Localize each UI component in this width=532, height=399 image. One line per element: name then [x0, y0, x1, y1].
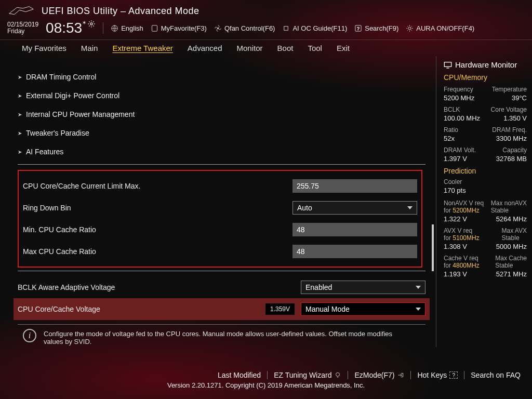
- footer-search-faq[interactable]: Search on FAQ: [471, 371, 521, 379]
- tab-main[interactable]: Main: [81, 44, 98, 52]
- copyright: Version 2.20.1271. Copyright (C) 2019 Am…: [0, 381, 532, 389]
- app-title: UEFI BIOS Utility – Advanced Mode: [42, 6, 200, 17]
- chevron-down-icon: [407, 206, 413, 209]
- ring-down-bin-dropdown[interactable]: Auto: [292, 201, 417, 215]
- setting-bclk-adaptive-voltage: BCLK Aware Adaptive Voltage Enabled: [18, 276, 425, 298]
- myfavorite-button[interactable]: MyFavorite(F3): [151, 24, 207, 32]
- svg-point-0: [90, 23, 92, 25]
- svg-text:?: ?: [357, 25, 360, 31]
- hwmon-title: Hardware Monitor: [455, 60, 517, 69]
- monitor-icon: [444, 61, 452, 69]
- aura-button[interactable]: AURA ON/OFF(F4): [406, 24, 474, 32]
- tab-tool[interactable]: Tool: [308, 44, 322, 52]
- date-block: 02/15/2019Friday: [7, 21, 38, 35]
- svg-rect-8: [444, 62, 451, 66]
- svg-rect-4: [284, 26, 288, 30]
- submenu-cpu-power[interactable]: Internal CPU Power Management: [18, 105, 425, 124]
- svg-point-3: [217, 28, 219, 29]
- tab-extreme-tweaker[interactable]: Extreme Tweaker: [112, 44, 172, 52]
- svg-point-9: [336, 373, 340, 376]
- chevron-down-icon: [416, 286, 421, 289]
- setting-min-cache-ratio: Min. CPU Cache Ratio: [23, 219, 417, 241]
- bclk-adaptive-dropdown[interactable]: Enabled: [301, 281, 425, 294]
- hotkeys-icon: ?: [449, 371, 458, 379]
- scrollbar[interactable]: [432, 224, 434, 271]
- footer-ezmode[interactable]: EzMode(F7): [354, 371, 404, 379]
- info-icon: i: [23, 329, 36, 342]
- sun-icon: [406, 24, 414, 32]
- hardware-monitor-panel: Hardware Monitor CPU/Memory FrequencyTem…: [436, 56, 532, 347]
- qfan-button[interactable]: Qfan Control(F6): [214, 24, 275, 32]
- help-icon: ?: [354, 24, 362, 32]
- footer-hotkeys[interactable]: Hot Keys ?: [417, 371, 458, 379]
- bulb-icon: [334, 371, 341, 379]
- hwmon-section-prediction: Prediction: [444, 167, 527, 175]
- svg-point-7: [408, 27, 411, 30]
- submenu-external-digi[interactable]: External Digi+ Power Control: [18, 86, 425, 105]
- language-button[interactable]: English: [111, 24, 143, 32]
- svg-rect-2: [152, 25, 157, 31]
- help-strip: i Configure the mode of voltage fed to t…: [18, 324, 425, 345]
- setting-max-cache-ratio: Max CPU Cache Ratio: [23, 241, 417, 262]
- setting-ring-down-bin: Ring Down Bin Auto: [23, 197, 417, 219]
- chip-icon: [282, 24, 290, 32]
- live-voltage-readout: 1.359V: [265, 303, 295, 315]
- gear-icon[interactable]: [87, 20, 96, 28]
- min-cache-ratio-input[interactable]: [292, 223, 417, 236]
- tab-advanced[interactable]: Advanced: [188, 44, 222, 52]
- core-voltage-dropdown[interactable]: Manual Mode: [301, 302, 425, 316]
- submenu-ai-features[interactable]: AI Features: [18, 142, 425, 161]
- max-cache-ratio-input[interactable]: [292, 245, 417, 258]
- highlighted-settings-box: CPU Core/Cache Current Limit Max. Ring D…: [18, 170, 422, 268]
- submenu-dram-timing[interactable]: DRAM Timing Control: [18, 68, 425, 86]
- hwmon-section-cpu-memory: CPU/Memory: [444, 73, 527, 82]
- current-limit-input[interactable]: [292, 179, 417, 193]
- footer-last-modified[interactable]: Last Modified: [218, 371, 261, 379]
- page-icon: [151, 24, 158, 32]
- submenu-tweakers-paradise[interactable]: Tweaker's Paradise: [18, 124, 425, 142]
- globe-icon: [111, 24, 118, 32]
- exit-icon: [397, 372, 404, 378]
- fan-icon: [214, 24, 222, 32]
- setting-current-limit: CPU Core/Cache Current Limit Max.: [23, 175, 417, 197]
- tab-monitor[interactable]: Monitor: [237, 44, 263, 52]
- setting-core-cache-voltage[interactable]: CPU Core/Cache Voltage 1.359V Manual Mod…: [14, 298, 430, 320]
- tab-boot[interactable]: Boot: [277, 44, 294, 52]
- footer-ez-tuning[interactable]: EZ Tuning Wizard: [274, 371, 341, 379]
- rog-logo: [7, 6, 35, 16]
- search-button[interactable]: ?Search(F9): [354, 24, 398, 32]
- main-tabs: My Favorites Main Extreme Tweaker Advanc…: [0, 39, 532, 56]
- tab-exit[interactable]: Exit: [337, 44, 350, 52]
- tab-my-favorites[interactable]: My Favorites: [22, 44, 66, 52]
- clock: 08:53✶: [46, 20, 96, 36]
- aioc-button[interactable]: AI OC Guide(F11): [282, 24, 347, 32]
- chevron-down-icon: [416, 308, 421, 311]
